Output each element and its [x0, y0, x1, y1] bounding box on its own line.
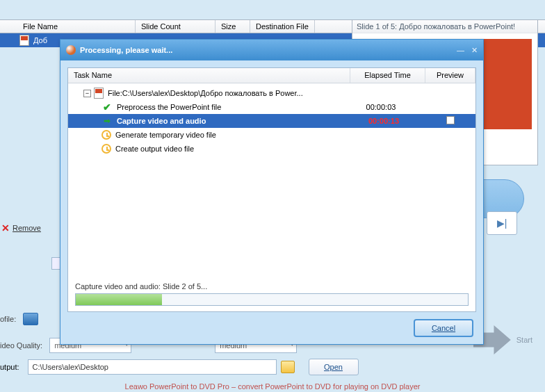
dialog-title-text: Processing, please wait...	[80, 46, 172, 54]
arrow-right-icon: ➡	[101, 116, 113, 126]
task-generate-temp[interactable]: Generate temporary video file	[71, 128, 473, 142]
start-label: Start	[516, 336, 532, 344]
col-preview[interactable]: Preview	[425, 68, 475, 83]
col-elapsed-time[interactable]: Elapsed Time	[350, 68, 425, 83]
task-capture[interactable]: ➡ Capture video and audio 00:00:13	[68, 114, 475, 128]
progress-fill	[76, 294, 162, 305]
check-icon: ✔	[101, 101, 113, 113]
file-row-name: Доб	[33, 36, 47, 44]
powerpoint-file-icon	[94, 88, 104, 99]
task-label: Capture video and audio	[117, 117, 206, 125]
task-preview-cell	[430, 116, 471, 126]
open-button[interactable]: Open	[309, 359, 359, 375]
powerpoint-file-icon	[19, 35, 29, 46]
col-slide-count[interactable]: Slide Count	[136, 20, 215, 33]
task-table-header: Task Name Elapsed Time Preview	[68, 68, 475, 83]
clock-icon	[101, 144, 111, 154]
output-row: utput: C:\Users\alex\Desktop Open	[0, 359, 359, 375]
profile-label: ofile:	[0, 315, 16, 323]
slide-preview-title: Slide 1 of 5: Добро пожаловать в PowerPo…	[352, 20, 537, 33]
col-dest-file[interactable]: Destination File	[250, 20, 315, 33]
dialog-titlebar[interactable]: Processing, please wait... — ✕	[60, 40, 483, 60]
task-time: 00:00:03	[343, 103, 418, 111]
collapse-icon[interactable]: −	[83, 90, 91, 97]
close-button[interactable]: ✕	[471, 46, 478, 55]
task-label: Create output video file	[115, 145, 194, 153]
task-create-output[interactable]: Create output video file	[71, 142, 473, 156]
progress-bar	[75, 293, 469, 306]
remove-label: Remove	[13, 224, 41, 232]
dialog-body: Task Name Elapsed Time Preview − File:C:…	[67, 67, 476, 312]
col-size[interactable]: Size	[215, 20, 250, 33]
task-time: 00:00:13	[346, 117, 421, 125]
browse-folder-icon[interactable]	[281, 361, 295, 373]
task-tree: − File:C:\Users\alex\Desktop\Добро пожал…	[68, 83, 475, 158]
task-preprocess[interactable]: ✔ Preprocess the PowerPoint file 00:00:0…	[71, 100, 473, 114]
task-root[interactable]: − File:C:\Users\alex\Desktop\Добро пожал…	[71, 86, 473, 100]
output-label: utput:	[0, 363, 19, 371]
profile-row: ofile:	[0, 311, 38, 327]
task-label: Generate temporary video file	[115, 131, 216, 139]
col-task-name[interactable]: Task Name	[68, 68, 350, 83]
remove-x-icon: ✕	[1, 222, 10, 234]
next-slide-button[interactable]: ▶|	[487, 211, 517, 235]
remove-button[interactable]: ✕ Remove	[0, 221, 41, 235]
minimize-button[interactable]: —	[457, 46, 464, 54]
processing-dialog: Processing, please wait... — ✕ Task Name…	[60, 39, 484, 345]
col-file-name[interactable]: File Name	[17, 20, 136, 33]
status-text: Capture video and audio: Slide 2 of 5...	[75, 282, 207, 291]
cancel-label: Cancel	[432, 324, 455, 332]
profile-icon[interactable]	[23, 313, 38, 325]
task-label: Preprocess the PowerPoint file	[117, 103, 221, 111]
preview-checkbox[interactable]	[446, 116, 455, 124]
output-path-field[interactable]: C:\Users\alex\Desktop	[28, 359, 277, 375]
task-root-label: File:C:\Users\alex\Desktop\Добро пожалов…	[108, 89, 303, 97]
cancel-button[interactable]: Cancel	[414, 319, 473, 337]
video-quality-label: ideo Quality:	[0, 341, 42, 350]
clock-icon	[101, 130, 111, 140]
processing-spinner-icon	[66, 45, 76, 55]
footer-link[interactable]: Leawo PowerPoint to DVD Pro – convert Po…	[0, 382, 545, 391]
